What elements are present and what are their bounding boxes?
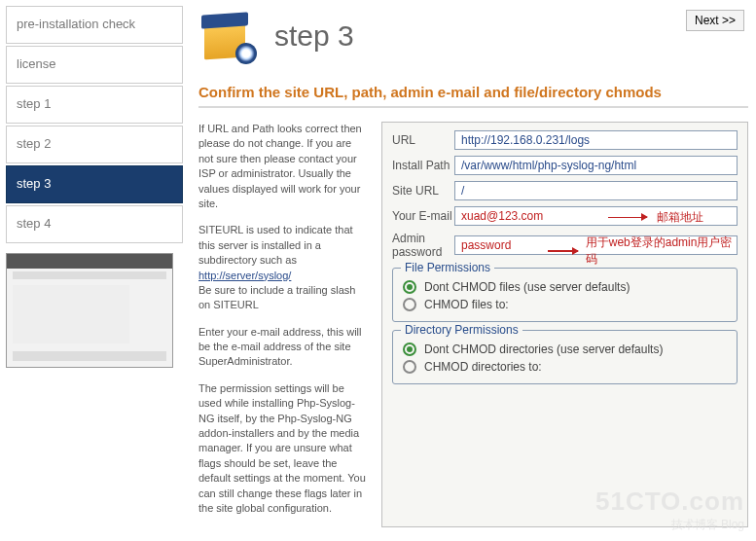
password-input[interactable] — [454, 235, 738, 255]
radio-selected-icon — [403, 343, 416, 356]
section-heading: Confirm the site URL, path, admin e-mail… — [198, 84, 748, 108]
preview-thumbnail — [6, 253, 173, 368]
radio-unselected-icon — [403, 298, 416, 311]
page-title: step 3 — [274, 19, 354, 53]
site-url-input[interactable] — [454, 181, 738, 200]
instructions-p3: Enter your e-mail address, this will be … — [198, 325, 366, 370]
next-button[interactable]: Next >> — [686, 10, 744, 31]
directory-permissions-title: Directory Permissions — [401, 323, 522, 337]
example-url-link[interactable]: http://server/syslog/ — [198, 270, 291, 281]
nav-license[interactable]: license — [6, 46, 183, 84]
radio-unselected-icon — [403, 360, 416, 374]
email-input[interactable] — [454, 206, 738, 226]
file-permissions-title: File Permissions — [401, 261, 494, 274]
radio-selected-icon — [403, 280, 416, 294]
instructions: If URL and Path looks correct then pleas… — [198, 122, 366, 527]
nav-step-2[interactable]: step 2 — [6, 126, 183, 163]
url-input[interactable] — [454, 130, 738, 150]
form-panel: URL Install Path Site URL Your E-mail — [381, 122, 748, 527]
nav-step-4[interactable]: step 4 — [6, 205, 183, 243]
file-perm-opt-chmod[interactable]: CHMOD files to: — [403, 298, 727, 311]
instructions-p2: SITEURL is used to indicate that this se… — [198, 223, 366, 312]
dir-perm-opt-chmod[interactable]: CHMOD directories to: — [403, 360, 727, 374]
nav-pre-install[interactable]: pre-installation check — [6, 6, 183, 44]
site-url-label: Site URL — [392, 184, 454, 198]
instructions-p1: If URL and Path looks correct then pleas… — [198, 122, 366, 211]
password-label: Admin password — [392, 232, 454, 260]
nav-step-1[interactable]: step 1 — [6, 86, 183, 124]
file-permissions-box: File Permissions Dont CHMOD files (use s… — [392, 268, 738, 322]
sidebar: pre-installation check license step 1 st… — [6, 6, 183, 527]
email-label: Your E-mail — [392, 209, 454, 223]
box-icon — [198, 6, 259, 66]
install-path-label: Install Path — [392, 159, 454, 172]
nav-step-3[interactable]: step 3 — [6, 165, 183, 203]
directory-permissions-box: Directory Permissions Dont CHMOD directo… — [392, 330, 738, 384]
dir-perm-opt-default[interactable]: Dont CHMOD directories (use server defau… — [403, 343, 727, 356]
install-path-input[interactable] — [454, 156, 738, 175]
page-header: step 3 — [198, 6, 748, 66]
instructions-p4: The permission settings will be used whi… — [198, 381, 366, 517]
url-label: URL — [392, 133, 454, 147]
file-perm-opt-default[interactable]: Dont CHMOD files (use server defaults) — [403, 280, 727, 294]
